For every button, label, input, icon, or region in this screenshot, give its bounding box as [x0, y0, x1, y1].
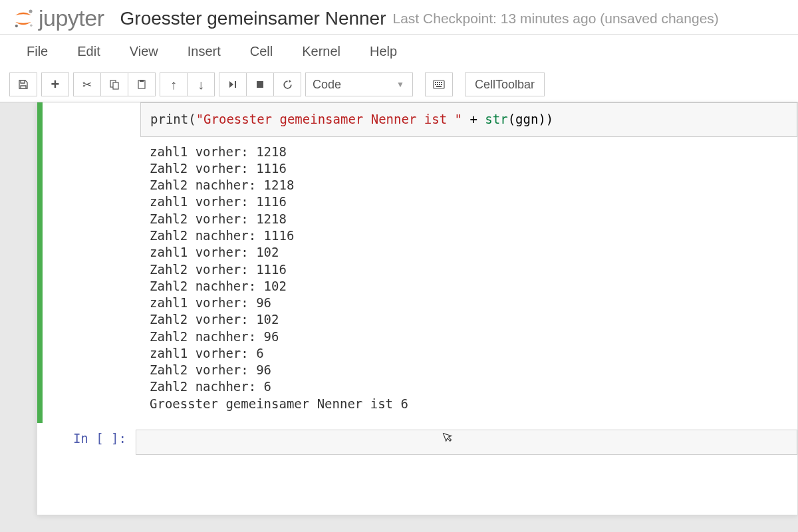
output-line: zahl1 vorher: 102 [150, 245, 279, 259]
scissors-icon: ✂ [82, 78, 92, 92]
output-line: Zahl2 vorher: 1116 [150, 262, 287, 277]
svg-rect-13 [441, 82, 442, 83]
code-token: print( [150, 112, 196, 126]
arrow-down-icon: ↓ [198, 77, 204, 92]
arrow-up-icon: ↑ [170, 77, 177, 92]
code-cell-running[interactable]: print("Groesster gemeinsamer Nenner ist … [37, 102, 797, 423]
output-line: Zahl2 vorher: 1218 [150, 211, 287, 226]
run-button[interactable] [219, 72, 247, 96]
menu-view[interactable]: View [115, 37, 173, 66]
output-line: Zahl2 nachher: 6 [150, 379, 271, 394]
cut-button[interactable]: ✂ [73, 72, 101, 96]
copy-button[interactable] [100, 72, 128, 96]
svg-rect-17 [439, 84, 440, 85]
move-up-button[interactable]: ↑ [160, 72, 188, 96]
menu-help[interactable]: Help [355, 37, 412, 66]
output-line: Zahl2 vorher: 102 [150, 312, 279, 327]
paste-button[interactable] [128, 72, 156, 96]
output-line: zahl1 vorher: 1116 [150, 194, 287, 209]
code-string: "Groesster gemeinsamer Nenner ist " [196, 112, 462, 126]
output-line: Zahl2 nachher: 1218 [150, 178, 294, 192]
output-area: zahl1 vorher: 1218 Zahl2 vorher: 1116 Za… [140, 137, 797, 423]
output-line: Zahl2 nachher: 96 [150, 329, 279, 344]
svg-rect-12 [439, 82, 440, 83]
output-line: Zahl2 nachher: 1116 [150, 228, 294, 243]
svg-rect-10 [435, 82, 436, 83]
output-line: Zahl2 nachher: 102 [150, 279, 287, 293]
empty-code-input[interactable] [136, 430, 797, 455]
svg-rect-15 [435, 84, 436, 85]
menu-kernel[interactable]: Kernel [287, 37, 355, 66]
code-plus: + [462, 112, 485, 126]
cell-type-select[interactable]: Code ▼ [305, 72, 413, 96]
run-icon [228, 80, 237, 89]
plus-icon: + [51, 76, 60, 93]
svg-rect-6 [140, 80, 144, 82]
menu-edit[interactable]: Edit [63, 37, 114, 66]
code-openparen: (ggn)) [508, 112, 554, 126]
cell-type-value: Code [313, 78, 341, 92]
save-icon [18, 79, 29, 90]
menubar: File Edit View Insert Cell Kernel Help [0, 35, 798, 68]
svg-rect-8 [257, 81, 263, 88]
svg-rect-11 [437, 82, 438, 83]
svg-rect-4 [113, 82, 118, 89]
output-line: zahl1 vorher: 1218 [150, 144, 287, 159]
stop-icon [255, 80, 265, 89]
output-line: zahl1 vorher: 96 [150, 295, 271, 310]
menu-file[interactable]: File [12, 37, 63, 66]
save-button[interactable] [9, 72, 37, 96]
output-line: Zahl2 vorher: 1116 [150, 161, 287, 176]
empty-code-cell[interactable]: In [ ]: [37, 423, 797, 469]
code-builtin: str [485, 112, 507, 126]
notebook-title[interactable]: Groesster gemeinsamer Nenner [120, 8, 386, 29]
logo-text: jupyter [39, 5, 104, 31]
svg-point-0 [29, 9, 33, 13]
notebook-container: print("Groesster gemeinsamer Nenner ist … [37, 102, 798, 515]
jupyter-logo[interactable]: jupyter [12, 5, 104, 31]
output-line: zahl1 vorher: 6 [150, 346, 264, 360]
paste-icon [136, 79, 147, 90]
output-line: Groesster gemeinsamer Nenner ist 6 [150, 396, 408, 411]
svg-point-2 [30, 24, 32, 26]
keyboard-icon [433, 80, 445, 89]
toolbar: + ✂ ↑ ↓ Code ▼ [0, 68, 798, 102]
chevron-down-icon: ▼ [396, 80, 404, 89]
svg-rect-16 [437, 84, 438, 85]
input-prompt: In [ ]: [37, 431, 136, 446]
svg-rect-7 [235, 81, 236, 88]
cell-toolbar-button[interactable]: CellToolbar [465, 72, 545, 96]
stop-button[interactable] [246, 72, 274, 96]
restart-icon [282, 79, 293, 90]
svg-rect-18 [441, 84, 442, 85]
svg-point-1 [15, 24, 18, 27]
add-cell-button[interactable]: + [41, 72, 69, 96]
command-palette-button[interactable] [425, 72, 453, 96]
copy-icon [109, 79, 120, 90]
jupyter-logo-icon [12, 7, 35, 30]
restart-button[interactable] [273, 72, 301, 96]
move-down-button[interactable]: ↓ [187, 72, 215, 96]
code-input-area[interactable]: print("Groesster gemeinsamer Nenner ist … [140, 102, 797, 137]
svg-rect-14 [436, 86, 442, 87]
menu-cell[interactable]: Cell [235, 37, 287, 66]
header: jupyter Groesster gemeinsamer Nenner Las… [0, 0, 798, 35]
checkpoint-text: Last Checkpoint: 13 minutes ago (unsaved… [393, 11, 719, 27]
output-line: Zahl2 vorher: 96 [150, 362, 271, 377]
menu-insert[interactable]: Insert [173, 37, 235, 66]
